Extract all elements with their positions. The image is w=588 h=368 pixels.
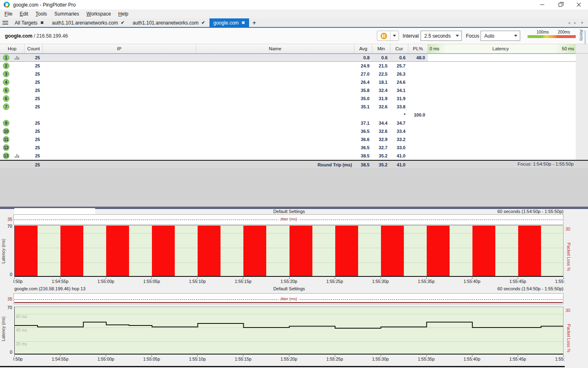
col-header-count[interactable]: Count (24, 44, 43, 53)
hop-number-badge: 6 (3, 95, 9, 102)
close-icon (577, 2, 581, 7)
interval-select[interactable]: 2.5 seconds (421, 31, 462, 41)
col-header-name[interactable]: Name (196, 44, 354, 53)
table-row[interactable]: 12 25 36.5 32.7 33.0 (0, 144, 428, 152)
x-tick-label: 1:55:45p (506, 279, 529, 284)
table-row[interactable]: 9 25 37.1 34.4 34.7 (0, 119, 428, 127)
target-ip: 216.58.199.46 (36, 33, 68, 39)
jitter-strip: Jitter (ms) (13, 214, 564, 225)
latency-axis-label: Latency (ms) (1, 225, 6, 277)
jitter-scale-label: 35 (2, 296, 12, 301)
table-row[interactable]: 10 25 36.5 32.6 33.4 (0, 127, 428, 135)
x-tick-label: 1:55:10p (186, 279, 209, 284)
timeline-graph-hop1[interactable]: Default Settings 60 seconds (1:54:50p - … (0, 209, 588, 286)
timeline-plot[interactable]: 60 ms 40 ms 20 ms (14, 307, 564, 355)
col-header-ip[interactable]: IP (43, 44, 196, 53)
menu-item-help[interactable]: Help (115, 10, 132, 18)
tab-scroll-left-icon[interactable]: ◂ (568, 20, 570, 25)
legend-gradient-bar (528, 35, 576, 38)
menu-item-workspace[interactable]: Workspace (83, 10, 115, 18)
x-tick-label: 1:55:20p (278, 279, 301, 284)
tab-2[interactable]: auth1.101.arenanetworks.com✔ (129, 18, 209, 27)
packet-loss-bar (427, 226, 450, 276)
packet-loss-bar (60, 226, 83, 276)
pause-icon (381, 33, 387, 39)
x-tick-label: 1:55:20p (278, 357, 301, 361)
packet-loss-axis-label: Packet Loss % (566, 312, 571, 364)
packet-loss-bar (518, 226, 541, 276)
tab-scroll-right-icon[interactable]: ▸ (574, 20, 576, 25)
empty-panel (0, 168, 588, 206)
tab-1[interactable]: auth1.101.arenanetworks.com✔ (48, 18, 129, 27)
col-header-hop[interactable]: Hop (0, 44, 24, 53)
hop-number-badge: 10 (3, 128, 9, 135)
timeline-header: google.com (216.58.199.46) hop 13Default… (13, 286, 565, 292)
round-trip-row: 25 Round Trip (ms) 38.5 35.2 41.0 Focus:… (0, 160, 588, 168)
col-header-cur[interactable]: Cur (390, 44, 408, 53)
tab-close-icon[interactable]: ✖ (40, 20, 44, 25)
hamburger-menu-icon[interactable] (0, 18, 11, 27)
latency-scale-min: 0 ms (428, 46, 439, 51)
tab-3[interactable]: google.com✖ (209, 18, 249, 27)
timeline-graph-icon (15, 56, 19, 60)
time-axis: 1:54:50p 1:54:55p 1:55:00p 1:55:05p 1:55… (13, 355, 565, 362)
hop-number-badge: 1 (3, 54, 9, 61)
hop-number-badge: 5 (3, 87, 9, 94)
tab-list-dropdown-icon[interactable]: ▼ (580, 21, 584, 25)
x-tick-label: 1:54:55p (49, 279, 71, 284)
timeline-graph-hop13[interactable]: google.com (216.58.199.46) hop 13Default… (0, 286, 588, 368)
menu-item-edit[interactable]: Edit (16, 10, 32, 18)
table-row[interactable]: 2 25 24.9 21.5 25.7 (0, 62, 428, 70)
legend-100ms-label: 100ms (537, 30, 549, 34)
x-tick-label: 1:55:40p (461, 357, 483, 361)
timeline-profile-label: Default Settings (13, 209, 565, 214)
table-row[interactable]: 4 25 26.4 18.1 24.6 (0, 78, 428, 86)
table-row[interactable]: 5 25 35.8 32.4 34.1 (0, 86, 428, 94)
col-header-min[interactable]: Min (372, 44, 390, 53)
x-tick-label: 1:54:55p (49, 357, 71, 361)
x-tick-label: 1:55:50p (552, 279, 565, 284)
table-row[interactable]: 6 25 35.0 31.9 31.9 (0, 94, 428, 103)
col-header-latency[interactable]: 0 ms Latency 50 ms (428, 44, 576, 53)
table-row[interactable]: 7 25 35.1 32.6 33.8 (0, 103, 428, 111)
pause-split-button (377, 31, 399, 41)
packet-loss-bar (15, 226, 38, 276)
x-tick-label: 1:55:15p (232, 279, 254, 284)
packet-loss-axis-label: Packet Loss % (566, 231, 571, 283)
col-header-avg[interactable]: Avg (354, 44, 372, 53)
x-tick-label: 1:54:50p (13, 357, 26, 361)
tab-0[interactable]: All Targets✖ (11, 18, 48, 27)
target-title: google.com / 216.58.199.46 (5, 33, 68, 39)
packet-loss-bar (335, 226, 358, 276)
x-tick-label: 1:55:25p (323, 279, 346, 284)
close-button[interactable] (570, 0, 588, 9)
x-tick-label: 1:55:35p (415, 279, 438, 284)
menu-item-tools[interactable]: Tools (32, 10, 51, 18)
alerts-tab-accent (584, 30, 586, 46)
hop-number-badge: 7 (3, 103, 9, 110)
menu-item-file[interactable]: File (1, 10, 16, 18)
table-row[interactable]: 11 25 36.6 32.9 33.2 (0, 135, 428, 144)
jitter-axis-label: Jitter (ms) (278, 217, 298, 221)
pause-dropdown-button[interactable] (390, 31, 399, 40)
jitter-value-line (14, 302, 563, 303)
x-tick-label: 1:55:45p (506, 357, 529, 361)
table-row[interactable]: 3 25 27.0 22.5 26.3 (0, 70, 428, 78)
legend-200ms-label: 200ms (558, 30, 570, 34)
hop-number-badge: 13 (3, 153, 9, 159)
minimize-button[interactable] (533, 0, 551, 9)
pause-button[interactable] (377, 31, 390, 40)
table-row[interactable]: 13 25 38.5 35.2 41.0 (0, 152, 428, 160)
tab-close-icon[interactable]: ✖ (242, 20, 245, 25)
col-header-pl[interactable]: PL% (408, 44, 428, 53)
focus-select[interactable]: Auto (481, 31, 520, 41)
timeline-plot[interactable]: 60 ms 40 ms 20 ms (14, 225, 564, 277)
table-row[interactable]: * 100.0 (0, 111, 428, 119)
table-row[interactable]: 1 25 0.8 0.6 0.6 48.0 (0, 54, 428, 62)
menu-item-summaries[interactable]: Summaries (51, 10, 83, 18)
latency-color-legend: 100ms 200ms (528, 30, 576, 38)
x-tick-label: 1:55:15p (232, 357, 254, 361)
new-tab-button[interactable]: + (249, 18, 259, 27)
maximize-button[interactable] (551, 0, 570, 9)
minimize-icon (540, 4, 544, 5)
